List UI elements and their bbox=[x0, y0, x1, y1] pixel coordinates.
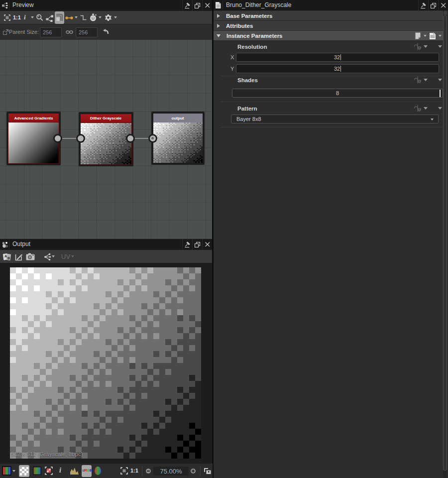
svg-text:A: A bbox=[4, 254, 7, 258]
svg-text:B: B bbox=[7, 256, 10, 260]
